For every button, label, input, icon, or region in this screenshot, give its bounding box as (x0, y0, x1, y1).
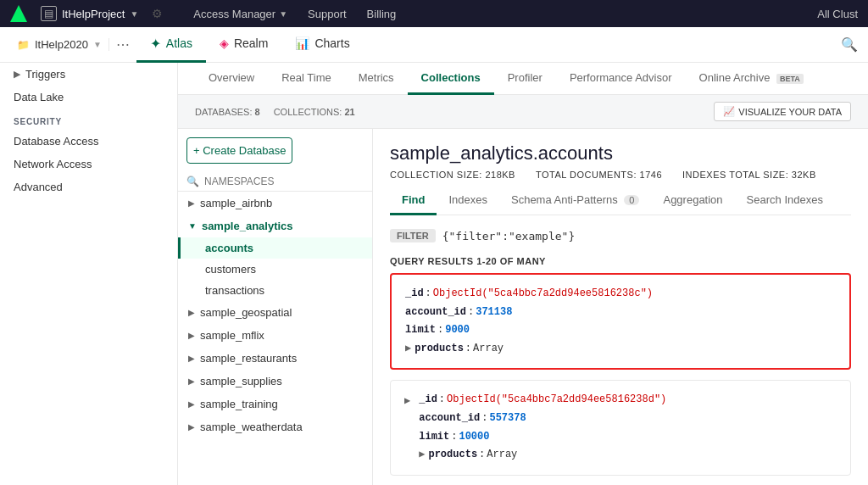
org-dropdown-icon: ▼ (93, 40, 102, 49)
sidebar: ▶ Triggers Data Lake SECURITY Database A… (0, 63, 178, 485)
tab-collections[interactable]: Collections (408, 63, 494, 95)
document-card-2: ▶ _id : ObjectId("5ca4bbc7a2dd94ee581623… (390, 380, 851, 475)
second-nav: 📁 ItHelp2020 ▼ ⋯ ✦ Atlas ◈ Realm 📊 Chart… (0, 27, 868, 63)
expand-icon: ▶ (188, 422, 195, 432)
access-manager-link[interactable]: Access Manager ▼ (183, 8, 298, 20)
expand-arrow-2[interactable]: ▶ (419, 446, 425, 465)
collection-title: sample_analytics.accounts (390, 142, 851, 164)
cluster-selector[interactable]: All Clust (817, 8, 858, 20)
doc-field-products-2: ▶ products : Array (419, 446, 837, 465)
mongodb-logo (10, 5, 27, 22)
expand-icon-analytics: ▼ (188, 221, 197, 231)
expand-icon: ▶ (188, 331, 195, 340)
doc-field-limit-2: limit : 10000 (419, 428, 837, 447)
expand-icon: ▶ (188, 354, 195, 363)
main-layout: ▶ Triggers Data Lake SECURITY Database A… (0, 63, 868, 485)
sidebar-item-datalake[interactable]: Data Lake (0, 86, 177, 109)
query-results-label: QUERY RESULTS 1-20 OF MANY (390, 256, 851, 266)
realm-tab[interactable]: ◈ Realm (206, 27, 281, 63)
project-dropdown-icon: ▼ (130, 9, 138, 19)
top-nav-links: Access Manager ▼ Support Billing (183, 8, 406, 20)
doc-panel-header: sample_analytics.accounts COLLECTION SIZ… (390, 129, 851, 187)
visualize-btn-container: 📈 VISUALIZE YOUR DATA (714, 102, 851, 121)
expand-arrow-1[interactable]: ▶ (405, 340, 411, 359)
sidebar-item-advanced[interactable]: Advanced (0, 176, 177, 198)
coll-accounts[interactable]: accounts (178, 237, 372, 259)
coll-transactions[interactable]: transactions (178, 280, 372, 301)
sidebar-item-database-access[interactable]: Database Access (0, 130, 177, 153)
doc-tab-indexes[interactable]: Indexes (437, 187, 499, 215)
db-sample-weatherdata[interactable]: ▶ sample_weatherdata (178, 415, 372, 438)
project-name: ItHelpProject (62, 8, 125, 20)
search-icon[interactable]: 🔍 (841, 36, 858, 53)
project-doc-icon: ▤ (41, 6, 57, 21)
billing-link[interactable]: Billing (357, 8, 407, 20)
document-panel: sample_analytics.accounts COLLECTION SIZ… (373, 129, 868, 485)
db-sample-restaurants[interactable]: ▶ sample_restaurants (178, 347, 372, 370)
charts-icon: 📊 (295, 36, 309, 50)
stats-bar: DATABASES: 8 COLLECTIONS: 21 📈 VISUALIZE… (178, 95, 868, 129)
coll-customers[interactable]: customers (178, 259, 372, 280)
stats-labels: DATABASES: 8 COLLECTIONS: 21 (195, 107, 355, 117)
tab-performance-advisor[interactable]: Performance Advisor (556, 63, 686, 95)
tab-profiler[interactable]: Profiler (494, 63, 556, 95)
support-link[interactable]: Support (298, 8, 357, 20)
db-sample-geospatial[interactable]: ▶ sample_geospatial (178, 301, 372, 324)
main-tab-bar: Overview Real Time Metrics Collections P… (178, 63, 868, 95)
org-selector[interactable]: 📁 ItHelp2020 ▼ (10, 38, 109, 51)
expand-icon: ▶ (188, 308, 195, 317)
doc-tab-find[interactable]: Find (390, 187, 437, 215)
indexes-total-size: INDEXES TOTAL SIZE: 32KB (682, 170, 816, 180)
expand-icon: ▶ (188, 198, 195, 208)
atlas-tab[interactable]: ✦ Atlas (136, 27, 206, 63)
gear-icon[interactable]: ⚙ (152, 7, 163, 20)
project-selector[interactable]: ▤ ItHelpProject ▼ (41, 6, 138, 21)
top-nav: ▤ ItHelpProject ▼ ⚙ Access Manager ▼ Sup… (0, 0, 868, 27)
doc-limit-2: 10000 (459, 428, 489, 447)
realm-icon: ◈ (220, 36, 229, 50)
doc-tab-schema[interactable]: Schema Anti-Patterns 0 (499, 187, 651, 215)
charts-tab[interactable]: 📊 Charts (281, 27, 363, 63)
namespace-search-input[interactable] (204, 176, 364, 187)
doc-limit-1: 9000 (445, 321, 470, 340)
doc-field-id-1: _id : ObjectId("5ca4bbc7a2dd94ee5816238c… (405, 285, 836, 304)
expand-icon: ▶ (188, 376, 195, 386)
db-sample-training[interactable]: ▶ sample_training (178, 393, 372, 415)
doc-field-products-1: ▶ products : Array (405, 340, 836, 359)
db-sample-supplies[interactable]: ▶ sample_supplies (178, 370, 372, 393)
tab-overview[interactable]: Overview (195, 63, 268, 95)
sidebar-item-triggers[interactable]: ▶ Triggers (0, 63, 177, 86)
total-documents: TOTAL DOCUMENTS: 1746 (536, 170, 662, 180)
atlas-icon: ✦ (150, 36, 161, 52)
db-sample-analytics[interactable]: ▼ sample_analytics (178, 215, 372, 237)
doc-sub-tabs: Find Indexes Schema Anti-Patterns 0 Aggr… (390, 187, 851, 215)
doc-accountid-2: 557378 (489, 410, 526, 428)
namespace-search: 🔍 (178, 172, 372, 192)
filter-value[interactable]: {"filter":"example"} (442, 230, 576, 242)
doc-field-accountid-1: account_id : 371138 (405, 304, 836, 322)
filter-badge: FILTER (390, 229, 436, 242)
doc-tab-aggregation[interactable]: Aggregation (651, 187, 734, 215)
tab-metrics[interactable]: Metrics (345, 63, 408, 95)
more-options-icon[interactable]: ⋯ (116, 36, 130, 53)
expand-icon: ▶ (188, 399, 195, 409)
content-area: Overview Real Time Metrics Collections P… (178, 63, 868, 485)
databases-stat: DATABASES: 8 (195, 107, 260, 117)
collection-size: COLLECTION SIZE: 218KB (390, 170, 515, 180)
doc-products-1: Array (473, 340, 504, 359)
tab-online-archive[interactable]: Online Archive BETA (686, 63, 817, 95)
doc-meta: COLLECTION SIZE: 218KB TOTAL DOCUMENTS: … (390, 170, 851, 180)
db-sample-mflix[interactable]: ▶ sample_mflix (178, 324, 372, 347)
visualize-button[interactable]: 📈 VISUALIZE YOUR DATA (714, 102, 851, 121)
expand-doc-2[interactable]: ▶ (404, 393, 410, 411)
create-database-button[interactable]: + Create Database (186, 137, 292, 164)
chart-icon: 📈 (723, 106, 735, 117)
document-card-1: _id : ObjectId("5ca4bbc7a2dd94ee5816238c… (390, 273, 851, 370)
doc-tab-search-indexes[interactable]: Search Indexes (735, 187, 835, 215)
db-sample-airbnb[interactable]: ▶ sample_airbnb (178, 192, 372, 215)
access-dropdown-icon: ▼ (279, 9, 287, 19)
tab-realtime[interactable]: Real Time (268, 63, 345, 95)
ns-search-icon: 🔍 (186, 176, 199, 187)
doc-oid-2: ObjectId("5ca4bbc7a2dd94ee5816238d") (447, 391, 666, 410)
sidebar-item-network-access[interactable]: Network Access (0, 153, 177, 176)
